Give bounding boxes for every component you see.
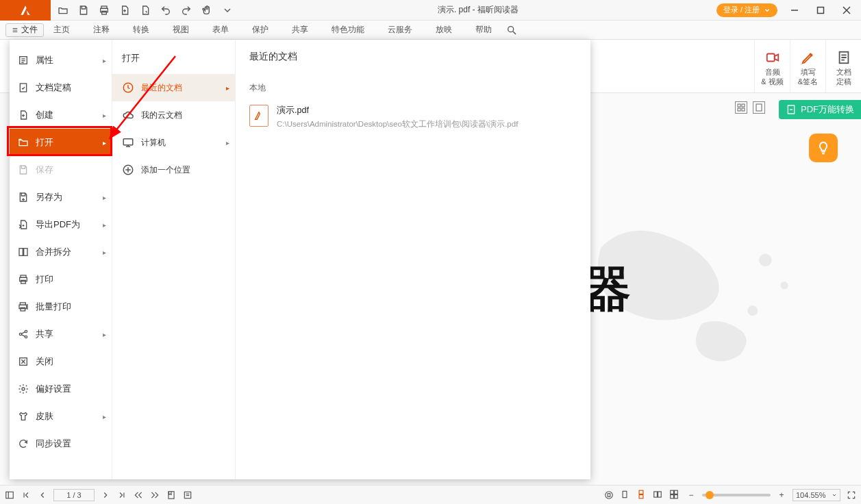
- close-button[interactable]: [838, 1, 856, 19]
- file-menu-item[interactable]: 共享▸: [10, 320, 112, 348]
- tab-convert[interactable]: 转换: [133, 24, 149, 36]
- svg-rect-12: [766, 53, 774, 61]
- tab-home[interactable]: 主页: [53, 24, 70, 36]
- save-icon[interactable]: [78, 5, 89, 16]
- file-menu-item[interactable]: 属性▸: [10, 47, 112, 74]
- open-location-item[interactable]: 我的云文档: [112, 101, 235, 129]
- more-icon[interactable]: [222, 5, 233, 16]
- tab-share[interactable]: 共享: [292, 24, 308, 36]
- zoom-value[interactable]: 104.55%: [793, 489, 840, 501]
- file-menu-item[interactable]: 打开▸: [10, 129, 112, 156]
- recent-file-name: 演示.pdf: [277, 105, 518, 116]
- open-location-item[interactable]: 计算机▸: [112, 129, 235, 156]
- zoom-out-icon[interactable]: −: [686, 490, 697, 501]
- first-page-icon[interactable]: [21, 490, 32, 501]
- undo-icon[interactable]: [160, 5, 171, 16]
- file-menu-item[interactable]: 偏好设置: [10, 375, 112, 403]
- fullscreen-icon[interactable]: [846, 490, 857, 501]
- file-menu-item[interactable]: 另存为▸: [10, 184, 112, 211]
- menu-item-icon: [18, 274, 29, 285]
- pdf-convert-button[interactable]: PDF万能转换: [779, 100, 861, 119]
- tab-comment[interactable]: 注释: [93, 24, 110, 36]
- svg-rect-69: [671, 490, 674, 494]
- open-icon[interactable]: [58, 5, 68, 16]
- login-button[interactable]: 登录 / 注册: [716, 3, 777, 17]
- file-menu-item[interactable]: 皮肤▸: [10, 403, 112, 430]
- menu-item-icon: [18, 329, 29, 340]
- file-menu-item[interactable]: 同步设置: [10, 430, 112, 457]
- svg-rect-72: [675, 494, 678, 498]
- next-page-icon[interactable]: [100, 490, 111, 501]
- ribbon-group-av[interactable]: 音频 & 视频: [754, 40, 790, 92]
- maximize-button[interactable]: [812, 1, 829, 19]
- file-menu-backstage: 属性▸文档定稿创建▸打开▸保存另存为▸导出PDF为▸合并拆分▸打印批量打印共享▸…: [10, 40, 590, 479]
- tab-form[interactable]: 表单: [212, 24, 229, 36]
- nav-back-icon[interactable]: [133, 490, 144, 501]
- tab-help[interactable]: 帮助: [475, 24, 492, 36]
- zoom-slider-thumb[interactable]: [706, 491, 714, 499]
- file-menu-secondary: 打开 最近的文档▸我的云文档计算机▸添加一个位置: [112, 40, 236, 479]
- redo-icon[interactable]: [181, 5, 192, 16]
- tab-view[interactable]: 视图: [173, 24, 189, 36]
- tab-cloud[interactable]: 云服务: [388, 24, 412, 36]
- menu-item-icon: [18, 301, 29, 312]
- finalize-icon: [836, 50, 851, 65]
- chevron-right-icon: ▸: [226, 139, 229, 147]
- bookmark-icon[interactable]: [166, 490, 177, 501]
- single-view-icon[interactable]: [753, 101, 765, 114]
- tips-button[interactable]: [809, 134, 838, 162]
- print-icon[interactable]: [99, 5, 110, 16]
- zoom-in-icon[interactable]: +: [776, 490, 787, 501]
- svg-point-14: [759, 254, 771, 266]
- hand-icon[interactable]: [201, 5, 212, 16]
- tab-feature[interactable]: 特色功能: [332, 24, 364, 36]
- page-icon[interactable]: [140, 5, 151, 16]
- minimize-button[interactable]: [786, 1, 803, 19]
- file-menu-item[interactable]: 导出PDF为▸: [10, 211, 112, 238]
- svg-rect-4: [818, 7, 824, 13]
- menu-item-icon: [18, 55, 29, 66]
- continuous-facing-icon[interactable]: [669, 490, 680, 501]
- sidebar-toggle-icon[interactable]: [4, 490, 15, 501]
- menu-item-label: 导出PDF为: [36, 218, 80, 231]
- thumbnail-view-icon[interactable]: [735, 101, 747, 114]
- svg-point-16: [747, 305, 758, 316]
- readmode-icon[interactable]: [603, 490, 614, 501]
- open-location-item[interactable]: 最近的文档▸: [112, 74, 235, 101]
- open-location-item[interactable]: 添加一个位置: [112, 156, 235, 184]
- last-page-icon[interactable]: [116, 490, 127, 501]
- menu-item-icon: [18, 82, 29, 93]
- newdoc-icon[interactable]: [119, 5, 130, 16]
- quick-access-toolbar: [51, 0, 240, 20]
- file-menu-item[interactable]: 打印: [10, 266, 112, 293]
- svg-rect-63: [608, 493, 610, 496]
- tab-slideshow[interactable]: 放映: [436, 24, 452, 36]
- file-menu-item[interactable]: 文档定稿: [10, 74, 112, 101]
- menu-item-icon: [18, 164, 29, 175]
- chevron-right-icon: ▸: [103, 112, 106, 119]
- facing-page-icon[interactable]: [653, 490, 664, 501]
- nav-fwd-icon[interactable]: [149, 490, 160, 501]
- file-menu-primary: 属性▸文档定稿创建▸打开▸保存另存为▸导出PDF为▸合并拆分▸打印批量打印共享▸…: [10, 40, 112, 479]
- titlebar: 演示. pdf - 福昕阅读器 登录 / 注册: [0, 0, 861, 21]
- zoom-slider[interactable]: [702, 494, 771, 496]
- file-tab[interactable]: 文件: [5, 23, 44, 37]
- prev-page-icon[interactable]: [37, 490, 48, 501]
- menu-item-icon: [18, 247, 29, 257]
- svg-rect-17: [738, 104, 740, 107]
- page-indicator[interactable]: 1 / 3: [53, 489, 95, 501]
- svg-rect-27: [20, 84, 26, 92]
- search-icon[interactable]: [506, 24, 518, 36]
- file-menu-item[interactable]: 关闭: [10, 348, 112, 375]
- tab-protect[interactable]: 保护: [252, 24, 269, 36]
- ribbon-group-finalize[interactable]: 文档 定稿: [825, 40, 861, 92]
- single-page-icon[interactable]: [620, 490, 631, 501]
- file-menu-item[interactable]: 创建▸: [10, 101, 112, 129]
- ribbon-group-sign[interactable]: 填写 &签名: [790, 40, 825, 92]
- reflow-icon[interactable]: [182, 490, 193, 501]
- menu-item-label: 打开: [36, 136, 53, 149]
- file-menu-item[interactable]: 合并拆分▸: [10, 238, 112, 266]
- recent-file-row[interactable]: 演示.pdf C:\Users\Administrator\Desktop\se…: [249, 102, 577, 132]
- continuous-page-icon[interactable]: [636, 490, 647, 501]
- file-menu-item[interactable]: 批量打印: [10, 293, 112, 320]
